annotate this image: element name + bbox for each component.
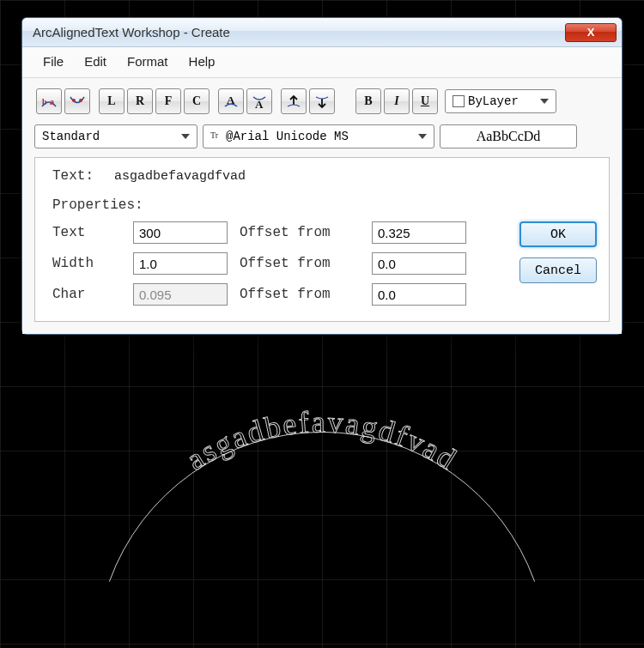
toolbar-row-2: Standard Tr @Arial Unicode MS AaBbCcDd <box>34 124 610 148</box>
char-outward-button[interactable]: A <box>218 88 244 114</box>
group-style: B I U <box>354 87 440 116</box>
char-outward-icon: A <box>222 93 240 110</box>
offset-up-icon <box>285 93 302 110</box>
label-offset-1: Offset from <box>240 225 360 240</box>
dialog-window: ArcAlignedText Workshop - Create X File … <box>21 17 623 335</box>
dialog-buttons: OK Cancel <box>519 221 597 306</box>
arc-convex-icon: ba <box>40 93 58 110</box>
text-row: Text: asgadbefavagdfvad <box>52 168 597 184</box>
font-combo[interactable]: Tr @Arial Unicode MS <box>203 124 434 148</box>
input-width[interactable] <box>133 252 228 275</box>
label-textheight: Text <box>52 225 121 240</box>
svg-text:A: A <box>255 98 264 110</box>
text-style-combo[interactable]: Standard <box>34 124 197 148</box>
offset-down-icon <box>313 93 331 110</box>
ok-button[interactable]: OK <box>519 221 597 247</box>
fit-button[interactable]: F <box>155 88 181 114</box>
text-value: asgadbefavagdfvad <box>114 169 597 184</box>
input-offset-2[interactable] <box>372 252 466 275</box>
chevron-down-icon <box>540 99 549 104</box>
menubar: File Edit Format Help <box>22 47 622 78</box>
italic-button[interactable]: I <box>384 88 410 114</box>
close-button[interactable]: X <box>565 23 617 42</box>
group-offset <box>279 87 337 116</box>
toolbar-area: ba L R F C A A <box>22 78 622 334</box>
label-width: Width <box>52 256 121 271</box>
underline-button[interactable]: U <box>412 88 438 114</box>
menu-file[interactable]: File <box>34 52 72 70</box>
group-align: L R F C <box>97 87 211 116</box>
font-value: @Arial Unicode MS <box>226 130 349 143</box>
properties-label: Properties: <box>52 197 597 213</box>
input-char <box>133 283 228 306</box>
color-bylayer-combo[interactable]: ByLayer <box>445 89 556 113</box>
menu-format[interactable]: Format <box>118 52 177 70</box>
properties-fields: Text Offset from Width Offset from Char … <box>52 221 466 306</box>
menu-help[interactable]: Help <box>180 52 224 70</box>
center-button[interactable]: C <box>184 88 210 114</box>
cancel-button[interactable]: Cancel <box>519 257 597 283</box>
offset-up-button[interactable] <box>281 88 307 114</box>
bold-button[interactable]: B <box>355 88 381 114</box>
svg-point-2 <box>72 99 76 102</box>
char-inward-icon: A <box>251 93 268 110</box>
offset-down-button[interactable] <box>309 88 335 114</box>
toolbar-row-1: ba L R F C A A <box>34 87 610 116</box>
svg-text:Tr: Tr <box>210 130 219 140</box>
arc-convex-button[interactable]: ba <box>36 88 62 114</box>
input-offset-1[interactable] <box>372 221 466 244</box>
group-char-align: A A <box>216 87 274 116</box>
truetype-icon: Tr <box>210 129 222 144</box>
chevron-down-icon <box>418 134 427 139</box>
properties-grid: Text Offset from Width Offset from Char … <box>52 221 597 306</box>
arc-concave-button[interactable] <box>64 88 90 114</box>
arc-concave-icon <box>69 93 86 110</box>
font-preview: AaBbCcDd <box>440 124 577 148</box>
titlebar[interactable]: ArcAlignedText Workshop - Create X <box>22 18 622 47</box>
text-style-value: Standard <box>42 130 100 143</box>
close-icon: X <box>587 26 595 39</box>
bylayer-label: ByLayer <box>468 94 519 108</box>
text-label: Text: <box>52 168 104 184</box>
menu-edit[interactable]: Edit <box>76 52 115 70</box>
svg-text:a: a <box>50 97 54 106</box>
label-offset-3: Offset from <box>240 287 360 302</box>
align-left-button[interactable]: L <box>99 88 125 114</box>
input-offset-3[interactable] <box>372 283 466 306</box>
color-swatch <box>453 95 465 107</box>
chevron-down-icon <box>181 134 190 139</box>
svg-point-3 <box>79 99 82 102</box>
properties-panel: Text: asgadbefavagdfvad Properties: Text… <box>34 157 610 322</box>
label-offset-2: Offset from <box>240 256 360 271</box>
window-title: ArcAlignedText Workshop - Create <box>33 25 230 39</box>
input-textheight[interactable] <box>133 221 228 244</box>
align-right-button[interactable]: R <box>127 88 153 114</box>
group-arc-direction: ba <box>34 87 92 116</box>
label-char: Char <box>52 287 121 302</box>
char-inward-button[interactable]: A <box>246 88 272 114</box>
